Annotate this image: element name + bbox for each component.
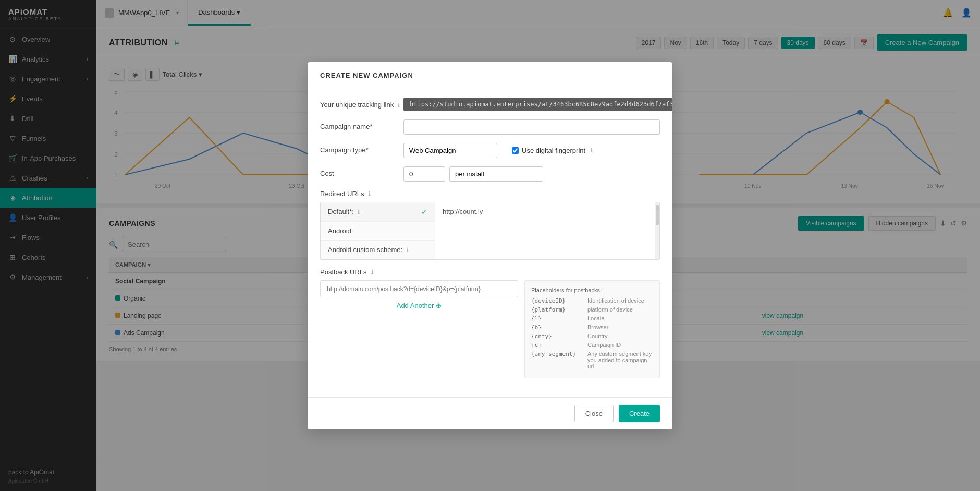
redirect-android[interactable]: Android:	[321, 222, 435, 241]
redirect-url-input[interactable]	[443, 208, 648, 215]
placeholder-row: {deviceID} Identification of device	[531, 297, 653, 304]
campaign-name-control	[403, 119, 660, 135]
redirect-info-icon[interactable]: ℹ	[369, 190, 371, 197]
cost-per-select-wrap: per install per click per impression	[449, 166, 543, 182]
postback-urls-section: Postback URLs ℹ Add Another ⊕	[320, 268, 660, 378]
placeholder-row: {c} Campaign ID	[531, 342, 653, 349]
redirect-input-area	[435, 202, 655, 259]
placeholder-desc: Campaign ID	[587, 342, 621, 349]
digital-fingerprint-label: Use digital fingerprint	[522, 147, 585, 154]
modal-title: CREATE NEW CAMPAIGN	[320, 71, 660, 79]
placeholders-title: Placeholders for postbacks:	[531, 287, 653, 293]
tracking-link-info-icon[interactable]: ℹ	[398, 102, 400, 108]
digital-fingerprint-checkbox[interactable]	[512, 147, 519, 154]
campaign-type-label: Campaign type*	[320, 143, 403, 154]
redirect-urls-label: Redirect URLs ℹ	[320, 190, 660, 198]
redirect-check-icon: ✓	[421, 208, 427, 216]
placeholder-desc: Browser	[587, 324, 608, 331]
redirect-android-label: Android:	[328, 227, 353, 235]
postback-inputs: Add Another ⊕	[320, 280, 518, 378]
placeholder-row: {cnty} Country	[531, 333, 653, 340]
campaign-type-control: Web Campaign Mobile Campaign Email Campa…	[403, 143, 660, 158]
campaign-type-select[interactable]: Web Campaign Mobile Campaign Email Campa…	[403, 143, 497, 158]
tracking-link-value: https://studio.apiomat.enterprises/at/34…	[403, 98, 672, 111]
placeholder-row: {platform} platform of device	[531, 306, 653, 313]
postback-add: Add Another ⊕	[320, 302, 518, 309]
redirect-custom-info[interactable]: ℹ	[407, 247, 409, 253]
redirect-android-custom[interactable]: Android custom scheme: ℹ	[321, 241, 435, 259]
campaign-type-select-wrap: Web Campaign Mobile Campaign Email Campa…	[403, 143, 497, 158]
placeholder-key: {c}	[531, 342, 583, 349]
redirect-default-label: Default*: ℹ	[328, 208, 360, 215]
tracking-link-control: https://studio.apiomat.enterprises/at/34…	[403, 98, 672, 111]
campaign-name-label: Campaign name*	[320, 119, 403, 130]
placeholder-key: {b}	[531, 324, 583, 331]
placeholder-desc: platform of device	[587, 306, 633, 313]
placeholder-desc: Any custom segment key you added to camp…	[587, 351, 653, 369]
digital-fingerprint-row: Use digital fingerprint ℹ	[512, 147, 593, 154]
modal-overlay: CREATE NEW CAMPAIGN Your unique tracking…	[0, 0, 980, 491]
fingerprint-info-icon[interactable]: ℹ	[591, 147, 593, 154]
placeholder-desc: Locale	[587, 315, 604, 322]
cost-input[interactable]	[403, 166, 445, 182]
close-button[interactable]: Close	[574, 405, 614, 422]
postback-input-wrap	[320, 280, 518, 297]
redirect-default[interactable]: Default*: ℹ ✓	[321, 202, 435, 222]
redirect-android-custom-label: Android custom scheme: ℹ	[328, 246, 409, 254]
redirect-default-info[interactable]: ℹ	[358, 209, 360, 215]
redirect-list: Default*: ℹ ✓ Android: Android custom sc…	[321, 202, 435, 259]
placeholder-desc: Country	[587, 333, 608, 340]
redirect-input-container	[435, 202, 659, 259]
cost-per-select[interactable]: per install per click per impression	[449, 166, 543, 182]
placeholder-row: {l} Locale	[531, 315, 653, 322]
modal-body: Your unique tracking link ℹ https://stud…	[308, 87, 672, 397]
placeholder-row: {b} Browser	[531, 324, 653, 331]
placeholder-key: {deviceID}	[531, 297, 583, 304]
cost-label: Cost	[320, 166, 403, 177]
add-another-button[interactable]: Add Another ⊕	[320, 302, 518, 309]
modal-header: CREATE NEW CAMPAIGN	[308, 62, 672, 87]
campaign-type-row: Campaign type* Web Campaign Mobile Campa…	[320, 143, 660, 158]
postback-container: Add Another ⊕ Placeholders for postbacks…	[320, 280, 660, 378]
tracking-link-row: Your unique tracking link ℹ https://stud…	[320, 98, 660, 111]
redirect-urls-section: Redirect URLs ℹ Default*: ℹ ✓ Android: A	[320, 190, 660, 260]
placeholder-key: {any_segment}	[531, 351, 583, 369]
create-campaign-modal: CREATE NEW CAMPAIGN Your unique tracking…	[308, 62, 672, 429]
placeholder-row: {any_segment} Any custom segment key you…	[531, 351, 653, 369]
campaign-name-row: Campaign name*	[320, 119, 660, 135]
modal-footer: Close Create	[308, 397, 672, 429]
cost-input-row: per install per click per impression	[403, 166, 660, 182]
redirect-scrollbar[interactable]	[655, 202, 659, 259]
redirect-container: Default*: ℹ ✓ Android: Android custom sc…	[320, 202, 660, 260]
postback-urls-label: Postback URLs ℹ	[320, 268, 660, 276]
scrollbar-thumb	[656, 205, 659, 225]
postback-input[interactable]	[327, 285, 511, 293]
create-button[interactable]: Create	[619, 405, 660, 422]
placeholder-desc: Identification of device	[587, 297, 644, 304]
postback-info-icon[interactable]: ℹ	[371, 269, 373, 276]
campaign-name-input[interactable]	[403, 119, 660, 135]
placeholder-key: {l}	[531, 315, 583, 322]
add-plus-icon: ⊕	[436, 302, 442, 309]
tracking-link-label: Your unique tracking link ℹ	[320, 98, 403, 109]
placeholder-key: {cnty}	[531, 333, 583, 340]
cost-row: Cost per install per click per impressio…	[320, 166, 660, 182]
placeholder-key: {platform}	[531, 306, 583, 313]
cost-control: per install per click per impression	[403, 166, 660, 182]
placeholders-box: Placeholders for postbacks: {deviceID} I…	[524, 280, 660, 378]
